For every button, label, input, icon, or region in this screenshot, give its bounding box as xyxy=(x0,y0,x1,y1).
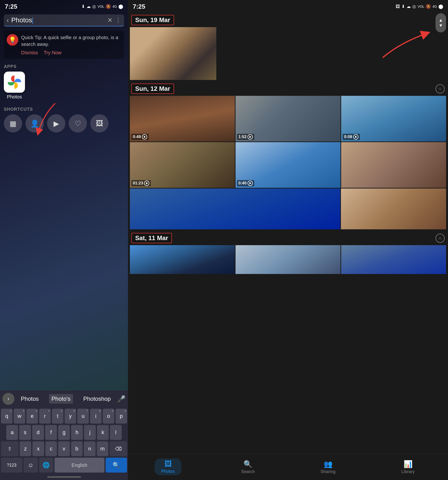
keyboard-suggest-row: › Photos Photo's Photoshop 🎤 xyxy=(0,390,128,407)
photo-cell-mar12-6[interactable] xyxy=(341,142,446,188)
nav-item-photos[interactable]: 🖼 Photos xyxy=(128,454,208,480)
photo-row-mar12-3 xyxy=(130,189,446,229)
suggest-word-photoshop[interactable]: Photoshop xyxy=(81,394,113,404)
key-i[interactable]: i8 xyxy=(90,409,102,424)
key-n[interactable]: n xyxy=(84,441,96,456)
play-icon-1 xyxy=(142,134,147,140)
key-m[interactable]: m xyxy=(97,441,109,456)
status-icons-right: 🖼 ⬇ ☁ ◎ VOL 🔕 4G ⬤ xyxy=(396,4,443,9)
target-status-icon: ◎ xyxy=(412,4,416,9)
search-input[interactable]: Photos xyxy=(11,16,105,24)
clear-button[interactable]: ✕ xyxy=(107,17,112,24)
play-icon-5 xyxy=(247,181,253,186)
key-d[interactable]: d xyxy=(32,425,44,440)
suggest-word-photos[interactable]: Photos xyxy=(19,394,41,404)
date-label-mar19: Sun, 19 Mar xyxy=(131,15,174,25)
nav-item-sharing[interactable]: 👥 Sharing xyxy=(288,454,368,480)
key-v[interactable]: v xyxy=(58,441,70,456)
suggest-expand-button[interactable]: › xyxy=(2,393,14,405)
shortcut-row: ▦ 👤 ▶ ♡ 🖼 xyxy=(4,114,124,133)
shortcut-3[interactable]: ▶ xyxy=(47,114,65,133)
nav-item-search[interactable]: 🔍 Search xyxy=(208,454,288,480)
photo-cell-mar12-5[interactable]: 0:40 xyxy=(236,142,340,188)
key-y[interactable]: y6 xyxy=(65,409,76,424)
shortcut-1[interactable]: ▦ xyxy=(4,114,22,133)
key-g[interactable]: g xyxy=(58,425,70,440)
shortcuts-label: SHORTCUTS xyxy=(4,107,124,112)
video-badge-2: 1:52 xyxy=(237,134,254,140)
photo-cell-mar12-4[interactable]: 01:23 xyxy=(130,142,235,188)
photo-cell-mar12-3[interactable]: 0:08 xyxy=(341,96,446,141)
shortcut-icon-4: ♡ xyxy=(75,119,81,128)
key-emoji[interactable]: ☺ xyxy=(23,458,38,473)
app-icon-row: Photos xyxy=(4,71,124,100)
back-button[interactable]: ‹ xyxy=(7,17,9,24)
shortcut-icon-2: 👤 xyxy=(30,119,39,128)
scroll-up-icon[interactable]: ▲ xyxy=(439,18,443,22)
photos-app-item[interactable]: Photos xyxy=(4,71,25,100)
time-right: 7:25 xyxy=(133,3,145,10)
key-k[interactable]: k xyxy=(97,425,109,440)
photo-cell-mar12-8[interactable] xyxy=(341,189,446,229)
key-s[interactable]: s xyxy=(19,425,31,440)
key-backspace[interactable]: ⌫ xyxy=(110,441,127,456)
mute-status-icon: 🔕 xyxy=(426,4,431,9)
key-r[interactable]: r4 xyxy=(39,409,51,424)
key-b[interactable]: b xyxy=(71,441,83,456)
scroll-indicator[interactable]: ▲ ▼ xyxy=(435,13,446,32)
bottom-bar xyxy=(47,476,81,478)
keyboard-row-4: ?123 ☺ 🌐 English 🔍 xyxy=(1,458,127,473)
key-j[interactable]: j xyxy=(84,425,96,440)
select-circle-mar12[interactable]: ○ xyxy=(435,84,445,93)
more-button[interactable]: ⋮ xyxy=(115,17,121,24)
key-e[interactable]: e3 xyxy=(26,409,38,424)
key-z[interactable]: z xyxy=(20,441,31,456)
key-w[interactable]: w2 xyxy=(14,409,25,424)
key-x[interactable]: x xyxy=(32,441,44,456)
key-a[interactable]: a xyxy=(6,425,18,440)
photo-cell-mar12-1[interactable]: 0:49 xyxy=(130,96,235,141)
nav-library-label: Library xyxy=(401,469,415,474)
key-shift[interactable]: ⇧ xyxy=(1,441,19,456)
photo-row-mar19 xyxy=(130,27,446,80)
dismiss-button[interactable]: Dismiss xyxy=(21,50,38,56)
photo-cell-mar11-1[interactable] xyxy=(130,245,235,274)
play-icon-4 xyxy=(144,181,149,186)
shortcut-4[interactable]: ♡ xyxy=(69,114,87,133)
shortcut-icon-1: ▦ xyxy=(10,119,16,128)
dl-status-icon: ⬇ xyxy=(401,4,405,9)
nav-photos-label: Photos xyxy=(161,469,175,474)
mic-icon[interactable]: 🎤 xyxy=(117,395,126,403)
nav-item-library[interactable]: 📊 Library xyxy=(368,454,448,480)
keyboard: q1 w2 e3 r4 t5 y6 u7 i8 o9 p0 a s d f g … xyxy=(0,407,128,475)
nav-sharing-label: Sharing xyxy=(321,469,336,474)
key-p[interactable]: p0 xyxy=(115,409,127,424)
key-f[interactable]: f xyxy=(45,425,57,440)
key-h[interactable]: h xyxy=(71,425,83,440)
photo-cell-mar11-3[interactable] xyxy=(341,245,446,274)
photo-cell-mar12-2[interactable]: 1:52 xyxy=(236,96,340,141)
tip-content: Quick Tip: A quick selfie or a group pho… xyxy=(21,34,121,56)
key-search[interactable]: 🔍 xyxy=(106,458,127,473)
shortcut-2[interactable]: 👤 xyxy=(25,114,44,133)
key-c[interactable]: c xyxy=(45,441,57,456)
key-q[interactable]: q1 xyxy=(1,409,13,424)
suggest-word-photos2[interactable]: Photo's xyxy=(49,394,73,404)
key-space[interactable]: English xyxy=(55,458,105,473)
nav-photos-icon: 🖼 xyxy=(164,460,172,468)
key-numbers[interactable]: ?123 xyxy=(1,458,22,473)
try-now-button[interactable]: Try Now xyxy=(44,50,62,56)
battery-status-icon: ⬤ xyxy=(438,4,443,9)
photo-cell-mar19-1[interactable] xyxy=(130,27,216,80)
photo-cell-mar11-2[interactable] xyxy=(236,245,340,274)
key-u[interactable]: u7 xyxy=(77,409,89,424)
key-l[interactable]: l xyxy=(110,425,122,440)
select-circle-mar11[interactable]: ○ xyxy=(435,234,445,243)
key-t[interactable]: t5 xyxy=(52,409,63,424)
shortcut-5[interactable]: 🖼 xyxy=(90,114,109,133)
scroll-down-icon[interactable]: ▼ xyxy=(439,23,443,28)
photo-cell-mar12-7[interactable] xyxy=(130,189,340,229)
status-bar-right: 7:25 🖼 ⬇ ☁ ◎ VOL 🔕 4G ⬤ xyxy=(128,0,448,12)
key-globe[interactable]: 🌐 xyxy=(39,458,53,473)
key-o[interactable]: o9 xyxy=(103,409,114,424)
